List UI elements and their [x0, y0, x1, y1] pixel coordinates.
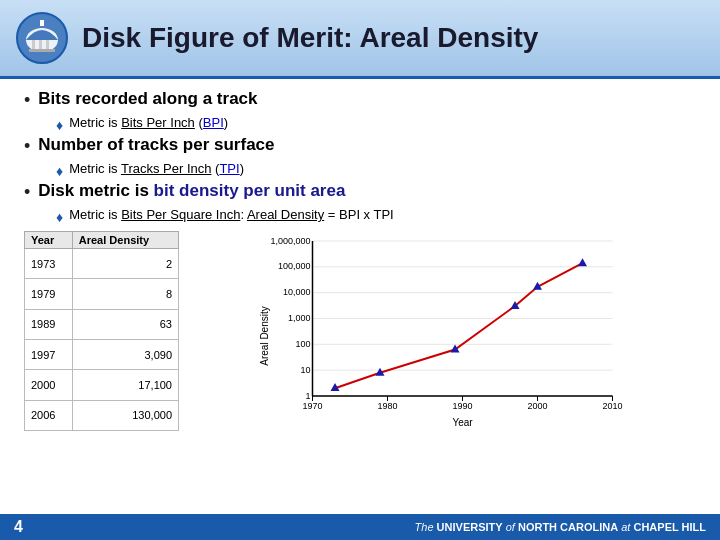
sub-dot-1: ♦	[56, 117, 63, 133]
unc-logo	[16, 12, 68, 64]
svg-rect-3	[39, 40, 42, 50]
svg-rect-5	[29, 49, 55, 52]
page-number: 4	[14, 518, 23, 536]
sub-bullet-1: ♦ Metric is Bits Per Inch (BPI)	[56, 115, 696, 133]
y-tick-100: 100	[295, 339, 310, 349]
cell-year: 2006	[25, 400, 73, 430]
y-tick-100000: 100,000	[278, 261, 311, 271]
bullet-text-3: Disk metric is bit density per unit area	[38, 181, 345, 201]
y-tick-1: 1	[305, 391, 310, 401]
table-row: 198963	[25, 309, 179, 339]
chart-container: Areal Density 1 10 100 1,000 10,000 100,…	[189, 231, 696, 431]
content-area: • Bits recorded along a track ♦ Metric i…	[0, 79, 720, 431]
chart-line	[335, 263, 583, 388]
sub-text-2: Metric is Tracks Per Inch (TPI)	[69, 161, 244, 176]
cell-density: 8	[72, 279, 178, 309]
y-axis-label: Areal Density	[259, 306, 270, 365]
bullet-2: • Number of tracks per surface	[24, 135, 696, 157]
cell-density: 130,000	[72, 400, 178, 430]
svg-rect-2	[32, 40, 35, 50]
cell-density: 17,100	[72, 370, 178, 400]
x-tick-2000: 2000	[527, 401, 547, 411]
x-tick-1980: 1980	[377, 401, 397, 411]
table-row: 19798	[25, 279, 179, 309]
cell-year: 1989	[25, 309, 73, 339]
sub-text-1: Metric is Bits Per Inch (BPI)	[69, 115, 228, 130]
bullet-1: • Bits recorded along a track	[24, 89, 696, 111]
cell-year: 2000	[25, 370, 73, 400]
sub-dot-2: ♦	[56, 163, 63, 179]
sub-bullet-2: ♦ Metric is Tracks Per Inch (TPI)	[56, 161, 696, 179]
header: Disk Figure of Merit: Areal Density	[0, 0, 720, 79]
areal-density-chart: Areal Density 1 10 100 1,000 10,000 100,…	[189, 231, 696, 431]
col-year: Year	[25, 232, 73, 249]
data-point-1989	[451, 345, 460, 353]
bullet-dot-1: •	[24, 90, 30, 111]
cell-year: 1973	[25, 249, 73, 279]
areal-density-table: Year Areal Density 197321979819896319973…	[24, 231, 179, 431]
cell-year: 1979	[25, 279, 73, 309]
institution-label: The UNIVERSITY of NORTH CAROLINA at CHAP…	[415, 521, 706, 533]
x-tick-1990: 1990	[452, 401, 472, 411]
svg-rect-4	[46, 40, 49, 50]
page-title: Disk Figure of Merit: Areal Density	[82, 22, 538, 54]
x-axis-label: Year	[452, 417, 473, 428]
bullet-text-1: Bits recorded along a track	[38, 89, 257, 109]
sub-text-3: Metric is Bits Per Square Inch: Areal De…	[69, 207, 394, 222]
svg-rect-6	[40, 20, 44, 26]
y-tick-10: 10	[300, 365, 310, 375]
y-tick-10000: 10,000	[283, 287, 311, 297]
bullet-text-2: Number of tracks per surface	[38, 135, 274, 155]
footer: 4 The UNIVERSITY of NORTH CAROLINA at CH…	[0, 514, 720, 540]
y-tick-1000: 1,000	[288, 313, 311, 323]
bullet-dot-3: •	[24, 182, 30, 203]
col-density: Areal Density	[72, 232, 178, 249]
cell-density: 2	[72, 249, 178, 279]
sub-bullet-3: ♦ Metric is Bits Per Square Inch: Areal …	[56, 207, 696, 225]
cell-year: 1997	[25, 339, 73, 369]
x-tick-1970: 1970	[302, 401, 322, 411]
bullet-dot-2: •	[24, 136, 30, 157]
table-row: 19732	[25, 249, 179, 279]
data-section: Year Areal Density 197321979819896319973…	[24, 231, 696, 431]
x-tick-2010: 2010	[602, 401, 622, 411]
cell-density: 63	[72, 309, 178, 339]
table-row: 200017,100	[25, 370, 179, 400]
table-row: 2006130,000	[25, 400, 179, 430]
data-point-2006	[578, 258, 587, 266]
cell-density: 3,090	[72, 339, 178, 369]
y-tick-1000000: 1,000,000	[270, 236, 310, 246]
bullet-3: • Disk metric is bit density per unit ar…	[24, 181, 696, 203]
sub-dot-3: ♦	[56, 209, 63, 225]
table-row: 19973,090	[25, 339, 179, 369]
